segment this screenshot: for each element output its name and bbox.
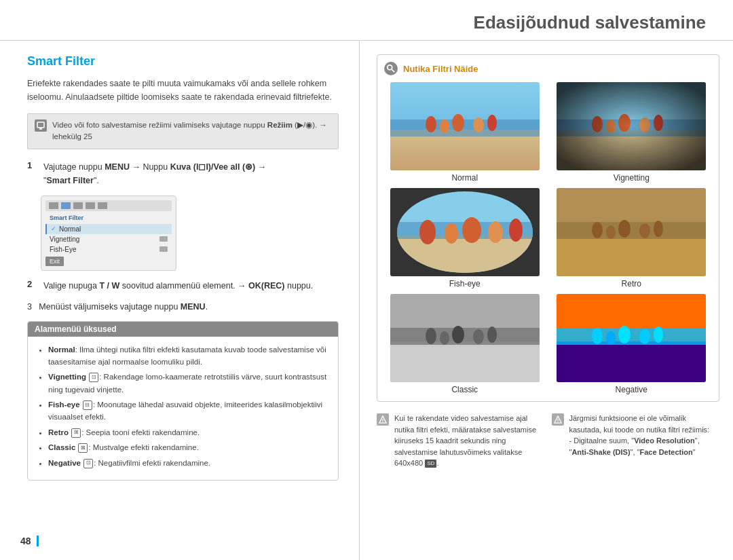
- page-title: Edasijõudnud salvestamine: [27, 12, 706, 33]
- step3-text: 3 Menüüst väljumiseks vajutage nuppu MEN…: [27, 302, 339, 312]
- submenu-box: Alammenüü üksused Normal: Ilma ühtegi nu…: [27, 321, 339, 481]
- filter-grid: Normal: [384, 82, 712, 394]
- step-text-1: Vajutage nuppu MENU → Nuppu Kuva (I◻I)/V…: [43, 160, 266, 187]
- filter-example-title: Nutika Filtri Näide: [403, 64, 478, 74]
- note-box: Video või foto salvestamise režiimi vali…: [27, 113, 339, 149]
- step-2: 2 Valige nupuga T / W soovitud alammenüü…: [27, 279, 339, 293]
- cam-toolbar: [45, 200, 172, 211]
- filter-label-negative: Negative: [616, 385, 647, 394]
- cam-exit-label: Exit: [45, 257, 64, 266]
- filter-label-classic: Classic: [451, 385, 478, 394]
- submenu-item-normal: Normal: Ilma ühtegi nutika filtri ekfekt…: [48, 343, 328, 369]
- filter-img-retro: [557, 188, 706, 276]
- svg-rect-50: [557, 341, 706, 382]
- svg-point-3: [388, 65, 392, 70]
- note-content-1: Kui te rakendate video salvestamise ajal…: [394, 413, 545, 469]
- left-column: Smart Filter Eriefekte rakendades saate …: [0, 41, 360, 560]
- submenu-item-vignetting: Vignetting ⊡: Rakendage lomo-kaamerate r…: [48, 371, 328, 396]
- submenu-title: Alammenüü üksused: [28, 322, 338, 337]
- filter-label-normal: Normal: [451, 173, 478, 183]
- svg-point-10: [452, 114, 464, 132]
- svg-point-53: [606, 331, 616, 345]
- svg-point-9: [440, 119, 449, 133]
- filter-item-classic: Classic: [384, 294, 546, 394]
- filter-example-header: Nutika Filtri Näide: [384, 62, 712, 75]
- filter-img-negative: [557, 294, 706, 382]
- right-column: Nutika Filtri Näide: [360, 41, 733, 560]
- filter-item-normal: Normal: [384, 82, 546, 183]
- step-text-2: Valige nupuga T / W soovitud alammenüü e…: [43, 279, 313, 293]
- svg-point-45: [440, 331, 449, 345]
- note-icon2-2: [552, 413, 564, 426]
- filter-img-classic: [390, 294, 540, 382]
- svg-rect-21: [557, 82, 706, 170]
- cam-vignetting-item: Vignetting: [45, 234, 172, 244]
- step-1: 1 Vajutage nuppu MENU → Nuppu Kuva (I◻I)…: [27, 160, 339, 187]
- sd-badge: SD: [425, 460, 436, 468]
- note-text: Video või foto salvestamise režiimi vali…: [52, 119, 331, 143]
- svg-point-55: [639, 329, 650, 344]
- filter-item-vignetting: Vignetting: [551, 82, 713, 183]
- svg-point-48: [487, 326, 497, 343]
- svg-point-60: [557, 422, 558, 422]
- step-num-1: 1: [27, 160, 39, 170]
- cam-icon-4: [86, 202, 95, 209]
- svg-point-58: [382, 422, 383, 422]
- svg-point-29: [462, 217, 481, 243]
- filter-item-fisheye: Fish-eye: [384, 188, 546, 288]
- svg-rect-51: [557, 328, 706, 345]
- cam-icon-3: [73, 202, 83, 209]
- filter-img-vignetting: [557, 82, 706, 170]
- submenu-item-fisheye: Fish-eye ⊟: Moonutage lähedal asuvaid ob…: [48, 398, 328, 424]
- intro-text: Eriefekte rakendades saate te pilti muut…: [27, 77, 339, 104]
- svg-rect-0: [37, 122, 44, 128]
- filter-label-vignetting: Vignetting: [614, 173, 650, 183]
- submenu-item-negative: Negative ⊡: Negatiivfilmi efekti rakenda…: [48, 457, 328, 469]
- filter-item-retro: Retro: [551, 188, 713, 288]
- filter-img-fisheye: [390, 188, 540, 276]
- step-num-2: 2: [27, 279, 39, 289]
- svg-point-46: [452, 326, 464, 343]
- svg-point-12: [487, 115, 497, 131]
- filter-label-fisheye: Fish-eye: [449, 279, 481, 288]
- note-item-1: Kui te rakendate video salvestamise ajal…: [377, 413, 545, 469]
- submenu-item-classic: Classic ⊠: Mustvalge efekti rakendamine.: [48, 441, 328, 453]
- page-header: Edasijõudnud salvestamine: [0, 0, 733, 41]
- svg-point-28: [445, 223, 458, 244]
- note-content-2: Järgmisi funktsioone ei ole võimalik kas…: [569, 413, 720, 458]
- svg-rect-40: [557, 188, 706, 276]
- svg-point-11: [473, 117, 484, 132]
- submenu-items: Normal: Ilma ühtegi nutika filtri ekfekt…: [37, 343, 328, 470]
- cam-icon-2: [61, 202, 71, 209]
- svg-rect-7: [390, 119, 540, 136]
- note-item-2: Järgmisi funktsioone ei ole võimalik kas…: [552, 413, 720, 469]
- cam-vignetting-icon: [159, 236, 168, 242]
- camera-ui-mockup: Smart Filter ✓ Normal Vignetting Fish-Ey…: [41, 195, 176, 271]
- bottom-notes: Kui te rakendate video salvestamise ajal…: [377, 413, 719, 469]
- cam-fisheye-icon: [159, 246, 168, 252]
- filter-item-negative: Negative: [551, 294, 713, 394]
- cam-icon-5: [98, 202, 107, 209]
- svg-point-44: [426, 328, 436, 344]
- cam-icon-1: [49, 202, 58, 209]
- svg-rect-42: [390, 341, 540, 382]
- svg-point-27: [419, 220, 436, 244]
- svg-point-30: [488, 221, 503, 243]
- svg-line-4: [392, 69, 394, 72]
- cam-filter-title: Smart Filter: [45, 213, 172, 223]
- svg-rect-43: [390, 328, 540, 345]
- svg-point-54: [618, 326, 631, 343]
- filter-img-normal: [390, 82, 540, 170]
- page-number: 48: [20, 536, 39, 546]
- svg-point-47: [473, 329, 484, 344]
- steps: 1 Vajutage nuppu MENU → Nuppu Kuva (I◻I)…: [27, 160, 339, 293]
- cam-normal-item: ✓ Normal: [45, 224, 172, 234]
- svg-point-31: [509, 219, 523, 242]
- note-icon: [35, 119, 47, 132]
- filter-icon: [384, 62, 398, 75]
- main-content: Smart Filter Eriefekte rakendades saate …: [0, 41, 733, 560]
- section-title: Smart Filter: [27, 54, 339, 69]
- cam-fisheye-item: Fish-Eye: [45, 244, 172, 255]
- svg-point-56: [654, 326, 663, 343]
- filter-example-box: Nutika Filtri Näide: [377, 54, 719, 402]
